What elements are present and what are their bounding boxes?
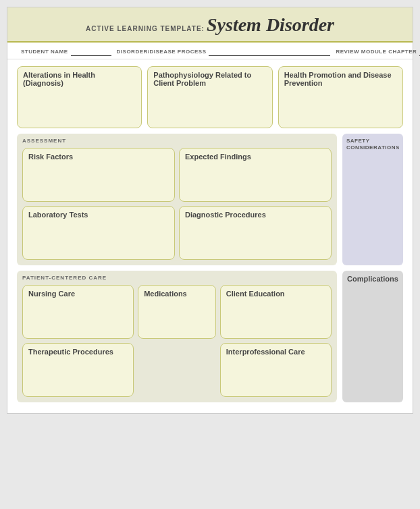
top-cards-row: Alterations in Health (Diagnosis) Pathop… [7,59,413,134]
top-card-2: Health Promotion and Disease Prevention [278,66,403,128]
assessment-card-1-body[interactable] [185,163,325,197]
assessment-card-3: Diagnostic Procedures [179,206,332,260]
assessment-card-0-title: Risk Factors [28,153,169,161]
care-wrapper: PATIENT-CENTERED CARE Nursing Care Medic… [17,271,403,402]
review-label: REVIEW MODULE CHAPTER [336,49,417,55]
care-card-therapeutic-title: Therapeutic Procedures [28,348,128,356]
care-card-empty [138,343,216,397]
top-card-1-body[interactable] [153,90,266,124]
assessment-grid: Risk Factors Expected Findings Laborator… [22,148,332,260]
assessment-section: ASSESSMENT Risk Factors Expected Finding… [17,134,337,265]
complications-sidebar: Complications [342,271,403,402]
care-card-nursing-title: Nursing Care [28,290,128,298]
care-card-therapeutic: Therapeutic Procedures [22,343,134,397]
care-card-education: Client Education [220,285,332,339]
info-row: STUDENT NAME DISORDER/DISEASE PROCESS RE… [7,43,413,59]
page: ACTIVE LEARNING TEMPLATE: System Disorde… [7,7,413,414]
assessment-card-2-body[interactable] [28,221,169,255]
care-bottom-grid: Therapeutic Procedures Interprofessional… [22,343,332,397]
assessment-card-0-body[interactable] [28,163,169,197]
assessment-card-2: Laboratory Tests [22,206,175,260]
assessment-label: ASSESSMENT [22,138,332,144]
student-name-field: STUDENT NAME [21,47,111,56]
assessment-card-1-title: Expected Findings [185,153,325,161]
top-card-2-title: Health Promotion and Disease Prevention [284,71,397,87]
top-card-0-body[interactable] [23,90,136,124]
safety-title: SAFETYCONSIDERATIONS [346,138,399,152]
care-card-nursing: Nursing Care [22,285,134,339]
care-card-education-title: Client Education [226,290,325,298]
student-name-label: STUDENT NAME [21,49,68,55]
care-card-education-body[interactable] [226,300,325,334]
care-card-medications: Medications [138,285,216,339]
patient-care-label: PATIENT-CENTERED CARE [22,275,332,281]
patient-care-section: PATIENT-CENTERED CARE Nursing Care Medic… [17,271,337,402]
care-top-grid: Nursing Care Medications Client Educatio… [22,285,332,339]
top-card-0: Alterations in Health (Diagnosis) [17,66,142,128]
care-card-interprofessional-title: Interprofessional Care [226,348,325,356]
student-name-input[interactable] [71,47,111,56]
disorder-input[interactable] [209,47,330,56]
disorder-field: DISORDER/DISEASE PROCESS [117,47,331,56]
top-card-0-title: Alterations in Health (Diagnosis) [23,71,136,87]
care-card-nursing-body[interactable] [28,300,128,334]
disorder-label: DISORDER/DISEASE PROCESS [117,49,207,55]
header-label: ACTIVE LEARNING TEMPLATE: [86,25,205,32]
assessment-card-2-title: Laboratory Tests [28,211,169,219]
safety-sidebar: SAFETYCONSIDERATIONS [342,134,403,265]
header: ACTIVE LEARNING TEMPLATE: System Disorde… [7,7,413,43]
care-card-interprofessional-body[interactable] [226,358,325,392]
assessment-card-3-title: Diagnostic Procedures [185,211,325,219]
care-card-therapeutic-body[interactable] [28,358,128,392]
assessment-card-3-body[interactable] [185,221,325,255]
top-card-1-title: Pathophysiology Related to Client Proble… [153,71,266,87]
header-title: System Disorder [207,14,334,35]
assessment-card-1: Expected Findings [179,148,332,202]
care-card-interprofessional: Interprofessional Care [220,343,332,397]
assessment-wrapper: ASSESSMENT Risk Factors Expected Finding… [17,134,403,265]
review-field: REVIEW MODULE CHAPTER [336,47,420,56]
assessment-card-0: Risk Factors [22,148,175,202]
care-card-medications-body[interactable] [144,300,210,334]
care-card-medications-title: Medications [144,290,210,298]
top-card-1: Pathophysiology Related to Client Proble… [147,66,272,128]
complications-title: Complications [346,275,399,283]
top-card-2-body[interactable] [284,90,397,124]
